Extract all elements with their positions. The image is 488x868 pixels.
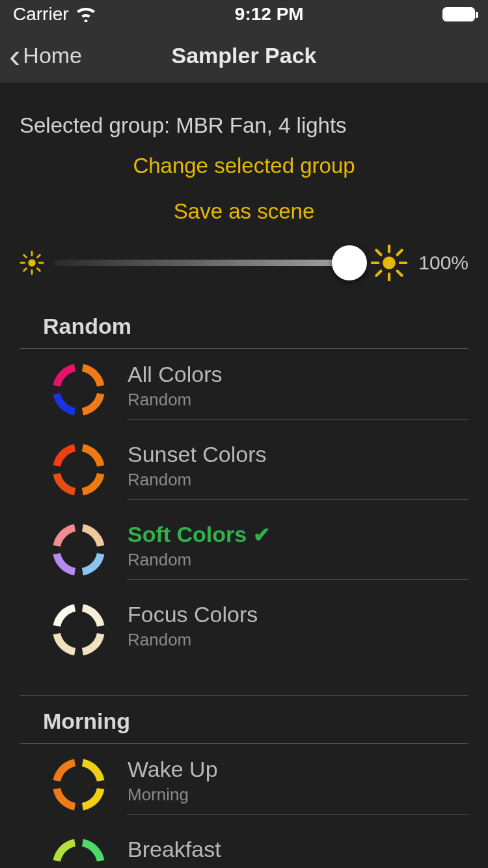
svg-line-5 (24, 255, 27, 258)
brightness-percent: 100% (416, 252, 468, 274)
svg-point-0 (28, 259, 35, 266)
scene-title: Wake Up (128, 757, 468, 782)
scene-title: Sunset Colors (128, 442, 468, 467)
wifi-icon (75, 7, 96, 22)
clock-label: 9:12 PM (235, 4, 304, 25)
back-label: Home (23, 43, 82, 68)
section: RandomAll ColorsRandomSunset ColorsRando… (0, 301, 488, 695)
scene-subtitle: Morning (128, 785, 468, 805)
brightness-thumb[interactable] (332, 245, 367, 280)
scene-title: Soft Colors✔ (128, 522, 468, 547)
scene-subtitle: Random (128, 630, 468, 650)
scene-subtitle: Random (128, 390, 468, 410)
scene-row[interactable]: Wake UpMorning (20, 744, 468, 824)
section-header: Morning (20, 696, 468, 744)
color-ring-icon (49, 441, 108, 499)
back-button[interactable]: ‹ Home (0, 39, 82, 73)
nav-bar: ‹ Home Sampler Pack (0, 29, 488, 83)
carrier-label: Carrier (13, 4, 69, 25)
brightness-row: 100% (0, 239, 488, 301)
svg-line-16 (398, 250, 402, 254)
color-ring-icon (49, 521, 108, 579)
color-ring-icon (49, 360, 108, 419)
color-ring-icon (49, 755, 108, 814)
battery-icon (442, 7, 475, 21)
scene-row[interactable]: BreakfastMorning (20, 824, 468, 868)
scene-row[interactable]: All ColorsRandom (20, 349, 468, 429)
selected-group-label: Selected group: MBR Fan, 4 lights (0, 83, 488, 138)
scene-title: Focus Colors (128, 602, 468, 627)
svg-line-17 (376, 271, 381, 276)
scene-sections: RandomAll ColorsRandomSunset ColorsRando… (0, 301, 488, 868)
scene-row[interactable]: Soft Colors✔Random (20, 509, 468, 589)
scene-title: All Colors (128, 362, 468, 387)
change-group-button[interactable]: Change selected group (0, 138, 488, 194)
svg-line-8 (24, 269, 27, 271)
scene-text: Sunset ColorsRandom (128, 439, 468, 500)
svg-line-14 (376, 250, 381, 254)
color-ring-icon (49, 835, 108, 869)
save-scene-button[interactable]: Save as scene (0, 194, 488, 239)
status-bar: Carrier 9:12 PM (0, 0, 488, 29)
scene-text: Soft Colors✔Random (128, 519, 468, 580)
scene-row[interactable]: Sunset ColorsRandom (20, 429, 468, 509)
svg-line-7 (38, 255, 40, 258)
scene-text: Focus ColorsRandom (128, 599, 468, 660)
section-header: Random (20, 301, 468, 349)
scene-subtitle: Random (128, 550, 468, 570)
scene-subtitle: Random (128, 470, 468, 490)
scene-subtitle: Morning (128, 865, 468, 868)
scene-text: All ColorsRandom (128, 359, 468, 420)
scene-text: BreakfastMorning (128, 834, 468, 868)
color-ring-icon (49, 601, 108, 659)
checkmark-icon: ✔ (253, 522, 271, 547)
brightness-high-icon (371, 245, 407, 281)
section: MorningWake UpMorningBreakfastMorning (0, 696, 488, 868)
svg-point-9 (383, 256, 396, 269)
chevron-left-icon: ‹ (9, 39, 20, 73)
content: Selected group: MBR Fan, 4 lights Change… (0, 83, 488, 868)
svg-line-6 (38, 269, 40, 271)
brightness-low-icon (20, 251, 44, 275)
brightness-slider[interactable] (53, 260, 362, 266)
scene-title: Breakfast (128, 837, 468, 862)
scene-row[interactable]: Focus ColorsRandom (20, 589, 468, 669)
svg-line-15 (398, 271, 402, 276)
scene-text: Wake UpMorning (128, 754, 468, 815)
